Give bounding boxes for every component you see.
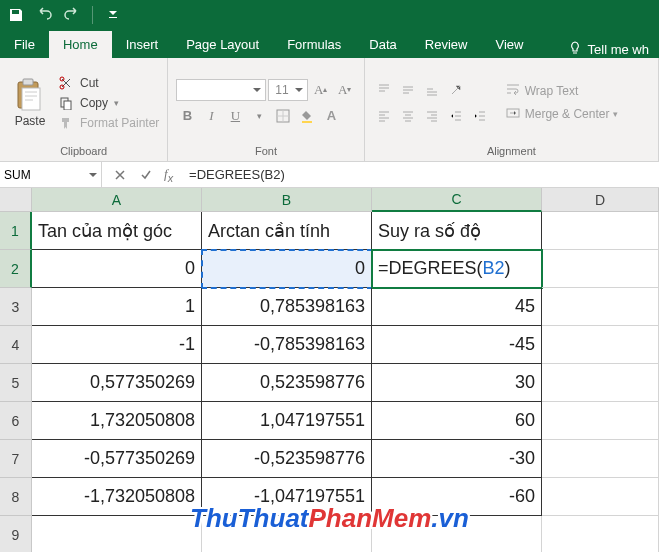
- align-right-button[interactable]: [421, 105, 443, 127]
- cell-d1[interactable]: [542, 212, 659, 250]
- cut-label: Cut: [80, 76, 99, 90]
- row-header-6[interactable]: 6: [0, 402, 32, 440]
- cell-c8[interactable]: -60: [372, 478, 542, 516]
- align-bottom-button[interactable]: [421, 79, 443, 101]
- cell-a2[interactable]: 0: [32, 250, 202, 288]
- redo-icon[interactable]: [64, 7, 80, 23]
- row-header-8[interactable]: 8: [0, 478, 32, 516]
- cell-d2[interactable]: [542, 250, 659, 288]
- row-header-1[interactable]: 1: [0, 212, 32, 250]
- chevron-down-icon[interactable]: ▾: [248, 105, 270, 127]
- tab-insert[interactable]: Insert: [112, 31, 173, 58]
- cell-b6[interactable]: 1,047197551: [202, 402, 372, 440]
- cell-b2[interactable]: 0: [202, 250, 372, 288]
- copy-label: Copy: [80, 96, 108, 110]
- tab-file[interactable]: File: [0, 31, 49, 58]
- tab-home[interactable]: Home: [49, 31, 112, 58]
- tab-review[interactable]: Review: [411, 31, 482, 58]
- cell-a7[interactable]: -0,577350269: [32, 440, 202, 478]
- cell-c5[interactable]: 30: [372, 364, 542, 402]
- col-header-c[interactable]: C: [372, 188, 542, 212]
- select-all-corner[interactable]: [0, 188, 32, 212]
- paste-button[interactable]: Paste: [8, 62, 52, 143]
- fx-icon[interactable]: fx: [164, 166, 173, 184]
- cell-d7[interactable]: [542, 440, 659, 478]
- underline-button[interactable]: U: [224, 105, 246, 127]
- cell-c4[interactable]: -45: [372, 326, 542, 364]
- tell-me[interactable]: Tell me wh: [558, 41, 659, 58]
- row-header-9[interactable]: 9: [0, 516, 32, 552]
- cell-b1[interactable]: Arctan cần tính: [202, 212, 372, 250]
- cell-a1[interactable]: Tan của một góc: [32, 212, 202, 250]
- cell-d8[interactable]: [542, 478, 659, 516]
- cell-c2-editing[interactable]: =DEGREES(B2): [372, 250, 542, 288]
- formula-input[interactable]: =DEGREES(B2): [183, 167, 659, 182]
- cell-d3[interactable]: [542, 288, 659, 326]
- cell-a6[interactable]: 1,732050808: [32, 402, 202, 440]
- cell-d6[interactable]: [542, 402, 659, 440]
- font-face-dropdown[interactable]: [176, 79, 266, 101]
- cell-c6[interactable]: 60: [372, 402, 542, 440]
- cell-b4[interactable]: -0,785398163: [202, 326, 372, 364]
- row-header-7[interactable]: 7: [0, 440, 32, 478]
- tab-page-layout[interactable]: Page Layout: [172, 31, 273, 58]
- cell-b8[interactable]: -1,047197551: [202, 478, 372, 516]
- row-header-4[interactable]: 4: [0, 326, 32, 364]
- col-header-b[interactable]: B: [202, 188, 372, 212]
- tab-view[interactable]: View: [481, 31, 537, 58]
- cell-a5[interactable]: 0,577350269: [32, 364, 202, 402]
- italic-button[interactable]: I: [200, 105, 222, 127]
- cell-d5[interactable]: [542, 364, 659, 402]
- col-header-d[interactable]: D: [542, 188, 659, 212]
- cell-c3[interactable]: 45: [372, 288, 542, 326]
- spreadsheet-grid[interactable]: A B C D 1 Tan của một góc Arctan cần tín…: [0, 188, 659, 552]
- cell-a3[interactable]: 1: [32, 288, 202, 326]
- col-header-a[interactable]: A: [32, 188, 202, 212]
- tab-formulas[interactable]: Formulas: [273, 31, 355, 58]
- undo-icon[interactable]: [36, 7, 52, 23]
- cell-b7[interactable]: -0,523598776: [202, 440, 372, 478]
- cut-button[interactable]: Cut: [58, 75, 159, 91]
- align-center-button[interactable]: [397, 105, 419, 127]
- merge-icon: [505, 105, 521, 124]
- enter-icon[interactable]: [138, 167, 154, 183]
- increase-indent-button[interactable]: [469, 105, 491, 127]
- cell-c9[interactable]: [372, 516, 542, 552]
- decrease-font-button[interactable]: A▾: [334, 79, 356, 101]
- row-header-3[interactable]: 3: [0, 288, 32, 326]
- row-header-2[interactable]: 2: [0, 250, 32, 288]
- cell-d9[interactable]: [542, 516, 659, 552]
- save-icon[interactable]: [8, 7, 24, 23]
- copy-button[interactable]: Copy ▾: [58, 95, 159, 111]
- svg-rect-8: [302, 121, 312, 123]
- align-top-button[interactable]: [373, 79, 395, 101]
- increase-font-button[interactable]: A▴: [310, 79, 332, 101]
- cell-c1[interactable]: Suy ra số độ: [372, 212, 542, 250]
- cell-b5[interactable]: 0,523598776: [202, 364, 372, 402]
- format-painter-button[interactable]: Format Painter: [58, 115, 159, 131]
- cell-b9[interactable]: [202, 516, 372, 552]
- orientation-button[interactable]: [445, 79, 467, 101]
- tab-data[interactable]: Data: [355, 31, 410, 58]
- lightbulb-icon: [568, 41, 582, 58]
- borders-button[interactable]: [272, 105, 294, 127]
- cell-d4[interactable]: [542, 326, 659, 364]
- font-size-dropdown[interactable]: 11: [268, 79, 307, 101]
- font-color-button[interactable]: A: [320, 105, 342, 127]
- wrap-text-button[interactable]: Wrap Text: [505, 82, 619, 101]
- fill-color-button[interactable]: [296, 105, 318, 127]
- align-middle-button[interactable]: [397, 79, 419, 101]
- merge-center-button[interactable]: Merge & Center ▾: [505, 105, 619, 124]
- bold-button[interactable]: B: [176, 105, 198, 127]
- cell-a8[interactable]: -1,732050808: [32, 478, 202, 516]
- cell-a9[interactable]: [32, 516, 202, 552]
- cell-a4[interactable]: -1: [32, 326, 202, 364]
- cell-c7[interactable]: -30: [372, 440, 542, 478]
- align-left-button[interactable]: [373, 105, 395, 127]
- cell-b3[interactable]: 0,785398163: [202, 288, 372, 326]
- cancel-icon[interactable]: [112, 167, 128, 183]
- qat-dropdown-icon[interactable]: [105, 7, 121, 23]
- decrease-indent-button[interactable]: [445, 105, 467, 127]
- name-box[interactable]: SUM: [0, 162, 102, 187]
- row-header-5[interactable]: 5: [0, 364, 32, 402]
